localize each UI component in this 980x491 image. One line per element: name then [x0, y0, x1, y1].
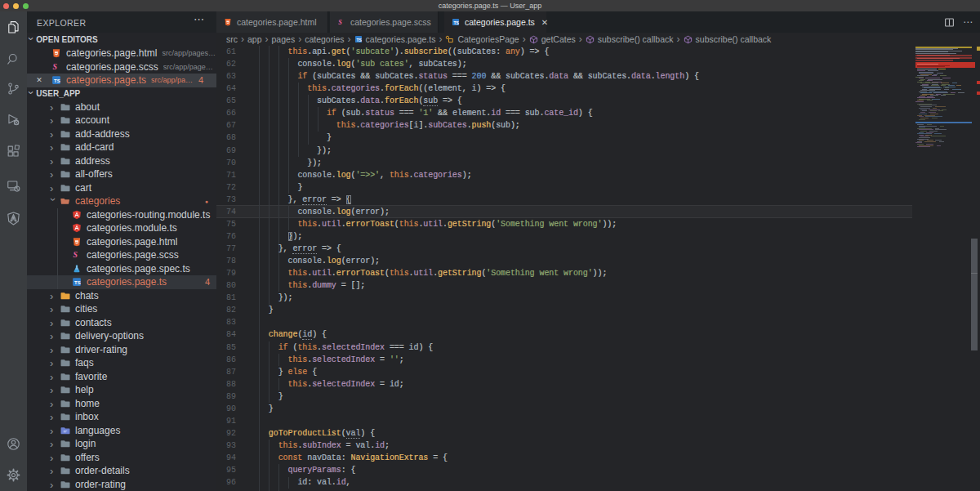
svg-text:TS: TS [54, 78, 60, 83]
svg-text:TS: TS [356, 38, 362, 42]
svg-text:TS: TS [74, 280, 81, 285]
svg-text:S: S [74, 251, 78, 260]
svg-text:TS: TS [454, 20, 460, 25]
svg-text:S: S [338, 19, 342, 26]
svg-text:S: S [53, 62, 58, 71]
